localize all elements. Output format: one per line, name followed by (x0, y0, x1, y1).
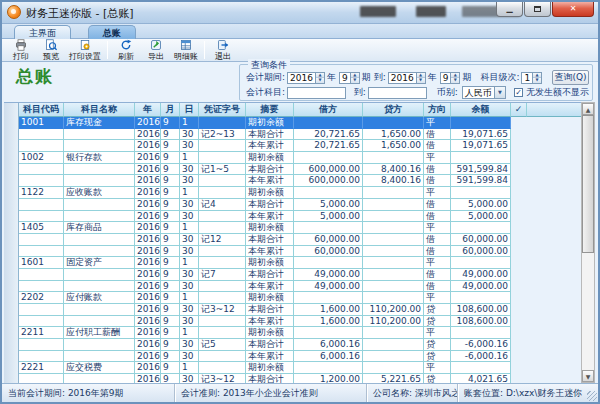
table-row[interactable]: 1601固定资产201691期初余额平 (4, 257, 586, 269)
table-row[interactable]: 1405库存商品201691期初余额平 (4, 222, 586, 234)
table-cell: 2211 (19, 327, 64, 339)
no-activity-checkbox-wrap[interactable]: ✓ 无发生额不显示 (514, 86, 589, 99)
chevron-down-icon[interactable]: ▼ (494, 87, 505, 98)
query-button[interactable]: 查询(Q) (552, 70, 589, 85)
table-cell (19, 339, 64, 351)
table-cell (511, 257, 586, 269)
table-cell: 110,200.00 (363, 304, 424, 316)
tab-general-ledger[interactable]: 总账 (88, 25, 136, 39)
maximize-icon (534, 6, 541, 12)
table-cell: 49,000.00 (451, 281, 511, 293)
table-row[interactable]: 2016930记3~12本期合计1,600.00110,200.00贷108,6… (4, 304, 586, 316)
minimize-button[interactable]: ▁ (496, 2, 523, 17)
table-row[interactable]: 2016930记3~12本期合计1,200.005,221.65贷4,021.6… (4, 374, 586, 383)
status-accounting-standard: 会计准则: 2013年小企业会计准则 (175, 384, 367, 402)
table-cell (511, 316, 586, 328)
table-cell: 30 (180, 129, 199, 141)
table-cell (64, 304, 135, 316)
table-cell: 凭证字号 (199, 103, 246, 117)
checkbox-checked-icon[interactable]: ✓ (514, 88, 523, 97)
table-cell: 平 (424, 117, 451, 129)
table-cell: 本期合计 (246, 339, 294, 351)
spin-down-icon[interactable]: ▼ (351, 78, 359, 83)
vertical-scrollbar[interactable]: ▲ ▼ (581, 102, 595, 383)
table-cell: 30 (180, 374, 199, 383)
subject-to-input[interactable] (368, 87, 427, 99)
period-to-spinner[interactable]: 9 ▲▼ (440, 72, 461, 84)
table-cell: 2016 (135, 187, 161, 199)
table-cell: 固定资产 (64, 257, 135, 269)
table-row[interactable]: 2016930记2~13本期合计20,721.651,650.00借19,071… (4, 129, 586, 141)
refresh-button[interactable]: 刷新 (111, 39, 141, 61)
spin-down-icon[interactable]: ▼ (316, 78, 324, 83)
scroll-up-icon[interactable]: ▲ (582, 103, 594, 115)
table-row[interactable]: 2016930记12本期合计60,000.00借60,000.00 (4, 234, 586, 246)
close-button[interactable]: ✕ (552, 2, 594, 17)
table-row[interactable]: 2016930记7本期合计49,000.00借49,000.00 (4, 269, 586, 281)
spin-down-icon[interactable]: ▼ (451, 78, 459, 83)
table-row[interactable]: 2202应付账款201691期初余额平 (4, 292, 586, 304)
table-cell: 记4 (199, 199, 246, 211)
table-cell (199, 246, 246, 258)
table-cell: 1,650.00 (363, 140, 424, 152)
table-cell (294, 362, 363, 374)
table-cell (511, 246, 586, 258)
scrollbar-thumb[interactable] (582, 115, 594, 253)
table-cell (511, 152, 586, 164)
period-from-value: 9 (340, 73, 350, 83)
scroll-down-icon[interactable]: ▼ (582, 370, 594, 382)
table-cell (19, 175, 64, 187)
table-cell (294, 222, 363, 234)
table-cell: 9 (161, 339, 180, 351)
maximize-button[interactable] (524, 2, 551, 17)
table-row[interactable]: 1122应收账款201691期初余额平 (4, 187, 586, 199)
export-button[interactable]: 导出 (141, 39, 171, 61)
period-from-spinner[interactable]: 9 ▲▼ (339, 72, 360, 84)
table-cell: 30 (180, 281, 199, 293)
table-row[interactable]: 2016930本年累计20,721.651,650.00借19,071.65 (4, 140, 586, 152)
table-cell (64, 351, 135, 363)
table-row[interactable]: 2016930本年累计49,000.00借49,000.00 (4, 281, 586, 293)
period-label: 会计期间: (246, 71, 285, 84)
table-row[interactable]: 2016930本年累计5,000.00借5,000.00 (4, 211, 586, 223)
table-row[interactable]: 2016930本年累计6,000.16贷-6,000.16 (4, 351, 586, 363)
table-row[interactable]: 2221应交税费201691期初余额平 (4, 362, 586, 374)
table-cell: 1 (180, 327, 199, 339)
table-cell: 借方 (294, 103, 363, 117)
table-cell (4, 316, 19, 328)
table-cell (511, 339, 586, 351)
table-cell: 本年累计 (246, 175, 294, 187)
subject-level-spinner[interactable]: 1 ▲▼ (521, 72, 542, 84)
table-row[interactable]: 2016930记1~5本期合计600,000.008,400.16借591,59… (4, 164, 586, 176)
spin-down-icon[interactable]: ▼ (533, 78, 541, 83)
status-account-location: 账套位置: D:\xzx\财务王迷你 (458, 384, 598, 402)
table-row[interactable]: 2211应付职工薪酬201691期初余额平 (4, 327, 586, 339)
year-to-spinner[interactable]: 2016 ▲▼ (388, 72, 426, 84)
table-cell: 30 (180, 339, 199, 351)
table-row[interactable]: 2016930记5本期合计6,000.16贷-6,000.16 (4, 339, 586, 351)
table-row[interactable]: 1001库存现金201691期初余额平 (4, 117, 586, 129)
table-cell: 平 (424, 292, 451, 304)
tab-main[interactable]: 主界面 (14, 25, 71, 39)
table-row[interactable]: 2016930本年累计60,000.00借60,000.00 (4, 246, 586, 258)
table-row[interactable]: 2016930本年累计600,000.008,400.16借591,599.84 (4, 175, 586, 187)
table-row[interactable]: 2016930本年累计1,600.00110,200.00贷108,600.00 (4, 316, 586, 328)
table-cell: 贷 (424, 316, 451, 328)
resize-grip-icon[interactable] (587, 391, 597, 401)
table-cell (19, 164, 64, 176)
print-settings-button[interactable]: 打印设置 (66, 39, 104, 61)
table-cell: 9 (161, 164, 180, 176)
preview-button[interactable]: 预览 (36, 39, 66, 61)
currency-select[interactable]: 人民币 ▼ (462, 86, 506, 99)
year-from-spinner[interactable]: 2016 ▲▼ (287, 72, 325, 84)
spin-down-icon[interactable]: ▼ (417, 78, 425, 83)
table-row[interactable]: 1002银行存款201691期初余额平 (4, 152, 586, 164)
detail-ledger-button[interactable]: 明细账 (171, 39, 201, 61)
table-cell (511, 211, 586, 223)
table-cell: 30 (180, 211, 199, 223)
table-row[interactable]: 2016930记4本期合计5,000.00借5,000.00 (4, 199, 586, 211)
exit-button[interactable]: 退出 (208, 39, 238, 61)
print-button[interactable]: 打印 (6, 39, 36, 61)
subject-from-input[interactable] (287, 87, 346, 99)
table-cell (363, 281, 424, 293)
